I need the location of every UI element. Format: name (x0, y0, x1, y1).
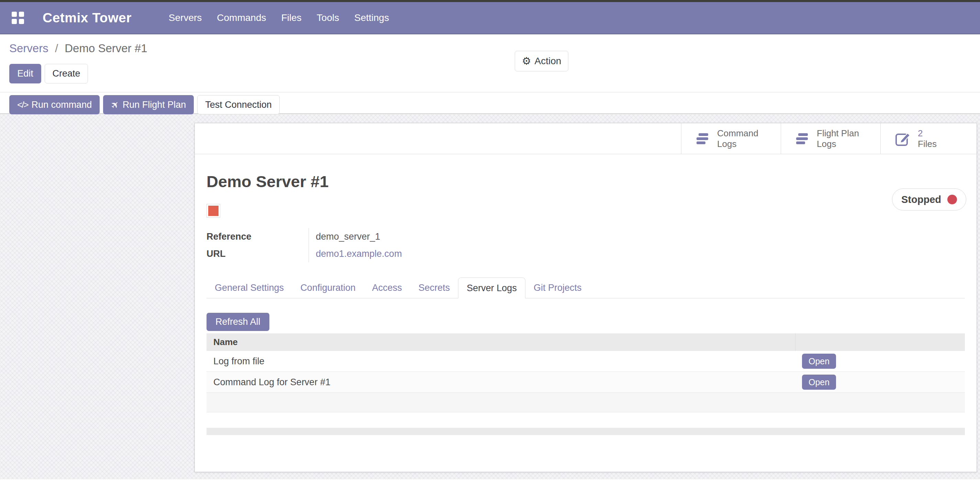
log-action-cell: Open (795, 375, 965, 390)
top-navbar: Cetmix Tower Servers Commands Files Tool… (0, 2, 980, 34)
menu-item-settings[interactable]: Settings (354, 13, 389, 23)
table-spacer (207, 412, 965, 428)
screen: Cetmix Tower Servers Commands Files Tool… (0, 0, 980, 480)
log-name-cell: Command Log for Server #1 (207, 377, 795, 388)
open-log-button[interactable]: Open (802, 354, 836, 369)
open-log-button[interactable]: Open (802, 375, 836, 390)
menu-item-files[interactable]: Files (281, 13, 301, 23)
status-stopped-dot (947, 195, 957, 204)
list-bars-icon (795, 133, 810, 145)
stat-label: Command Logs (717, 128, 758, 149)
table-footer-strip (207, 428, 965, 435)
reference-field-value: demo_server_1 (316, 228, 402, 245)
breadcrumb: Servers / Demo Server #1 (0, 34, 980, 55)
server-fields: Reference URL demo_server_1 demo1.exampl… (207, 228, 965, 262)
apps-menu-icon[interactable] (12, 12, 24, 24)
tab-general-settings[interactable]: General Settings (207, 278, 292, 298)
breadcrumb-separator: / (55, 42, 58, 55)
run-command-label: Run command (32, 100, 92, 110)
server-color-picker[interactable] (207, 204, 220, 218)
server-action-buttons-row: </> Run command ✈ Run Flight Plan Test C… (0, 92, 980, 114)
list-bars-icon (696, 133, 710, 145)
refresh-all-button[interactable]: Refresh All (207, 313, 269, 331)
breadcrumb-current: Demo Server #1 (65, 42, 147, 55)
stat-label: 2 Files (918, 128, 937, 149)
edit-button[interactable]: Edit (9, 64, 41, 84)
server-logs-table: Name Log from file Open Command Log for … (207, 333, 965, 435)
status-label: Stopped (901, 194, 941, 205)
url-field-label: URL (207, 245, 309, 262)
log-action-cell: Open (795, 354, 965, 369)
tab-server-logs[interactable]: Server Logs (458, 277, 525, 298)
table-empty-row (207, 393, 965, 412)
server-title: Demo Server #1 (207, 172, 965, 191)
action-menu-label: Action (535, 55, 562, 67)
run-command-button[interactable]: </> Run command (9, 95, 100, 114)
control-panel-buttons-row: Edit Create (9, 64, 980, 84)
menu-item-servers[interactable]: Servers (169, 13, 202, 23)
files-stat-button[interactable]: 2 Files (880, 123, 977, 154)
table-header-row: Name (207, 333, 965, 351)
code-icon: </> (17, 100, 28, 110)
menu-item-tools[interactable]: Tools (317, 13, 339, 23)
name-column-header[interactable]: Name (207, 333, 795, 351)
menu-item-commands[interactable]: Commands (217, 13, 266, 23)
table-row[interactable]: Log from file Open (207, 351, 965, 372)
app-brand[interactable]: Cetmix Tower (43, 10, 132, 25)
server-logs-tab-content: Refresh All Name Log from file Open (207, 298, 965, 435)
tab-secrets[interactable]: Secrets (410, 278, 458, 298)
main-menu: Servers Commands Files Tools Settings (169, 13, 389, 23)
control-panel: Servers / Demo Server #1 Edit Create ⚙ A… (0, 34, 980, 114)
notebook-tabs: General Settings Configuration Access Se… (207, 277, 965, 298)
action-menu-button[interactable]: ⚙ Action (515, 51, 568, 71)
create-button[interactable]: Create (45, 64, 88, 84)
stat-label: Flight Plan Logs (817, 128, 859, 149)
breadcrumb-servers-link[interactable]: Servers (9, 42, 48, 55)
edit-square-icon (895, 131, 911, 146)
field-values-column: demo_server_1 demo1.example.com (309, 228, 402, 262)
tab-git-projects[interactable]: Git Projects (525, 278, 590, 298)
test-connection-button[interactable]: Test Connection (197, 95, 280, 114)
server-form-card: Command Logs Flight Plan Logs (194, 123, 977, 472)
tab-access[interactable]: Access (364, 278, 410, 298)
status-badge: Stopped (892, 189, 966, 211)
reference-field-label: Reference (207, 228, 309, 245)
action-column-header (795, 333, 965, 351)
run-flight-plan-button[interactable]: ✈ Run Flight Plan (103, 95, 194, 114)
log-name-cell: Log from file (207, 356, 795, 367)
flight-plan-logs-stat-button[interactable]: Flight Plan Logs (781, 123, 880, 154)
tab-configuration[interactable]: Configuration (292, 278, 364, 298)
form-sheet: Demo Server #1 Stopped Reference URL dem… (195, 172, 977, 435)
server-color-swatch (208, 206, 218, 216)
content-background: Command Logs Flight Plan Logs (0, 114, 980, 479)
table-row[interactable]: Command Log for Server #1 Open (207, 372, 965, 393)
url-field-value-link[interactable]: demo1.example.com (316, 249, 402, 259)
command-logs-stat-button[interactable]: Command Logs (681, 123, 781, 154)
gear-icon: ⚙ (522, 56, 531, 66)
field-labels-column: Reference URL (207, 228, 309, 262)
plane-icon: ✈ (108, 98, 122, 112)
run-flight-plan-label: Run Flight Plan (123, 100, 186, 110)
stat-button-box: Command Logs Flight Plan Logs (195, 123, 977, 154)
